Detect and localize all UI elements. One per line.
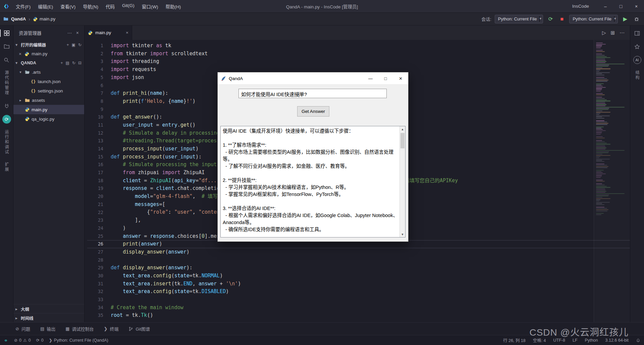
project-action-icon-3[interactable]: ↻	[72, 61, 75, 65]
close-sidebar-icon[interactable]: ×	[74, 30, 81, 36]
question-input[interactable]: 如何才能使用AI IDE快速接单?	[238, 89, 387, 98]
breadcrumb[interactable]: QandA › main.py	[3, 16, 55, 22]
menu-item-4[interactable]: 导航(N)	[80, 2, 101, 11]
activity-project-folder[interactable]	[1, 42, 12, 52]
sync-status[interactable]: ⟳0	[34, 335, 46, 345]
dialog-maximize-button[interactable]: □	[378, 72, 393, 84]
project-action-icon-4[interactable]: ⊟	[78, 61, 82, 65]
restart-icon[interactable]: ⟳	[546, 15, 554, 23]
minimap-line	[596, 45, 602, 46]
cursor-position-status[interactable]: 行 26, 列 18	[499, 335, 529, 345]
stop-icon[interactable]: ■	[558, 15, 566, 23]
interpreter-select[interactable]: Python: Current File▾	[495, 15, 543, 23]
split-editor-icon[interactable]: ⊞	[610, 30, 615, 36]
scroll-up-icon[interactable]: ▲	[400, 126, 405, 132]
remote-indicator-icon[interactable]: ‹›	[0, 335, 11, 345]
tab-main-py[interactable]: main.py ×	[85, 25, 132, 40]
run-icon[interactable]: ▶	[621, 15, 629, 23]
panel-tab-2[interactable]: ▤输出	[40, 326, 55, 332]
problems-status[interactable]: ⊘0 ⚠0	[11, 335, 34, 345]
activity-panel-layout[interactable]	[632, 28, 643, 38]
tree-item-main-py[interactable]: main.py	[13, 105, 84, 114]
activity-explorer[interactable]	[1, 28, 12, 38]
scrollbar-track[interactable]	[400, 132, 405, 231]
menu-item-1[interactable]: 文件(F)	[13, 2, 34, 11]
panel-tab-1[interactable]: ⊘问题	[15, 326, 30, 332]
activity-extensions[interactable]: 扩展	[4, 160, 9, 174]
open-editors-action-icon-2[interactable]: ▣	[72, 43, 75, 47]
minimap-line	[596, 67, 602, 68]
section-timeline[interactable]: ▸时间线	[13, 313, 84, 322]
menu-item-3[interactable]: 查看(V)	[57, 2, 78, 11]
panel-tab-3[interactable]: ▦调试控制台	[65, 326, 94, 332]
dialog-close-button[interactable]: ✕	[393, 72, 408, 84]
breadcrumb-file[interactable]: main.py	[33, 16, 55, 21]
line-number: 14	[87, 147, 103, 151]
minimap-line	[596, 124, 607, 125]
menu-item-7[interactable]: 窗口(W)	[139, 2, 161, 11]
menu-item-8[interactable]: 帮助(H)	[162, 2, 184, 11]
scrollbar-thumb[interactable]	[400, 133, 405, 148]
tree-item-label: settings.json	[38, 88, 63, 93]
minimap-line	[596, 192, 605, 193]
project-section[interactable]: ▾ QANDA +▤↻⊟	[13, 58, 84, 67]
minimap-line	[596, 99, 607, 100]
menu-item-2[interactable]: 编辑(E)	[35, 2, 56, 11]
notifications-icon[interactable]	[632, 335, 644, 345]
tree-chevron-icon[interactable]: ▾	[18, 70, 23, 74]
menu-item-5[interactable]: 代码	[103, 2, 118, 11]
minimap-line	[596, 76, 629, 77]
dialog-minimize-button[interactable]: —	[363, 72, 378, 84]
minimap-line	[596, 96, 629, 96]
tree-item-qa_logic-py[interactable]: qa_logic.py	[13, 114, 84, 124]
chevron-right-icon: ▸	[15, 316, 21, 321]
minimap-line	[596, 177, 601, 178]
activity-favorites[interactable]	[632, 42, 643, 52]
tree-chevron-icon[interactable]: ▸	[18, 98, 23, 102]
maximize-button[interactable]: □	[613, 0, 629, 13]
open-editors-section[interactable]: ▾ 打开的编辑器 +▣↻	[13, 40, 84, 49]
activity-structure[interactable]: 结构	[634, 68, 640, 82]
tree-item-settings-json[interactable]: {}settings.json	[13, 86, 84, 95]
more-actions-icon[interactable]: ⋯	[65, 30, 74, 36]
more-actions-icon[interactable]: ⋯	[620, 30, 625, 36]
panel-tab-4[interactable]: ❯终端	[104, 326, 119, 332]
minimap-line	[596, 125, 629, 126]
minimap-line	[596, 61, 606, 62]
activity-run-debug[interactable]: 运行和调试	[4, 128, 9, 157]
activity-search[interactable]	[1, 55, 12, 65]
close-editor-icon[interactable]: ×	[15, 51, 22, 57]
menu-item-6[interactable]: Git(G)	[119, 2, 138, 11]
section-outline[interactable]: ▸大纲	[13, 304, 84, 313]
minimap-line	[596, 190, 605, 190]
activity-source-control[interactable]: 源代码管理	[4, 68, 9, 97]
breadcrumb-project[interactable]: QandA	[11, 16, 26, 21]
tree-item--arts[interactable]: ▾.arts	[13, 67, 84, 77]
open-editors-action-icon-3[interactable]: ↻	[78, 43, 82, 47]
close-button[interactable]: ×	[629, 0, 644, 13]
python-interpreter-status[interactable]: ❯Python: Current File (QandA)	[46, 335, 111, 345]
get-answer-button[interactable]: Get Answer	[297, 106, 329, 117]
answer-scrollbar[interactable]: ▲ ▼	[399, 126, 405, 237]
run-config-select[interactable]: Python: Current File▾	[569, 15, 618, 23]
activity-sync-circle[interactable]: ⟳	[1, 114, 12, 124]
line-number: 7	[87, 91, 103, 96]
open-editor-item[interactable]: ×main.py	[13, 49, 84, 58]
line-text: # Simulate processing the input	[111, 161, 217, 169]
dialog-titlebar[interactable]: QandA — □ ✕	[218, 72, 408, 85]
project-action-icon-2[interactable]: ▤	[66, 61, 69, 65]
debug-icon[interactable]	[633, 15, 641, 23]
close-tab-icon[interactable]: ×	[126, 30, 128, 35]
scroll-down-icon[interactable]: ▼	[400, 231, 405, 237]
tree-item-assets[interactable]: ▸assets	[13, 95, 84, 105]
activity-ai-assistant[interactable]: AI	[632, 55, 643, 65]
minimap[interactable]	[594, 40, 630, 322]
panel-tab-5[interactable]: Git图谱	[128, 326, 150, 332]
minimize-button[interactable]: –	[598, 0, 613, 13]
tree-item-launch-json[interactable]: {}launch.json	[13, 77, 84, 86]
project-action-icon-1[interactable]: +	[61, 61, 63, 65]
code-line-28: 28	[87, 256, 630, 264]
activity-remote-plug[interactable]	[1, 101, 12, 111]
run-file-icon[interactable]: ▷	[602, 30, 606, 36]
open-editors-action-icon-1[interactable]: +	[67, 43, 69, 47]
